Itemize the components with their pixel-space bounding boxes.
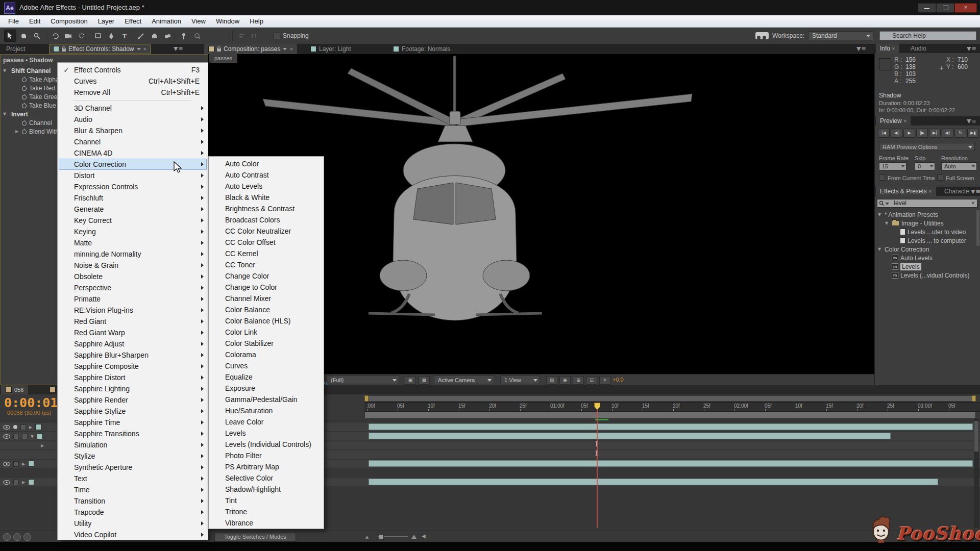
- menu-item[interactable]: Remove All Ctrl+Shift+E: [59, 87, 207, 98]
- submenu-item[interactable]: Color Balance: [210, 304, 323, 315]
- layer-switches[interactable]: ▶: [0, 460, 57, 468]
- menu-item[interactable]: ✓ Effect Controls F3: [59, 64, 207, 76]
- zoom-tool-icon[interactable]: [31, 30, 43, 42]
- transparency-grid-icon[interactable]: ▦: [419, 376, 430, 385]
- menu-category-item[interactable]: Keying: [59, 226, 207, 237]
- transport-button[interactable]: |▶: [916, 129, 928, 138]
- menu-category-item[interactable]: CINEMA 4D: [59, 147, 207, 159]
- expander-icon[interactable]: ▼: [2, 112, 7, 116]
- menu-category-item[interactable]: Key Correct: [59, 215, 207, 226]
- submenu-item[interactable]: CC Color Neutralizer: [210, 226, 323, 237]
- submenu-item[interactable]: Photo Filter: [210, 450, 323, 461]
- chevron-down-icon[interactable]: [137, 48, 141, 51]
- expander-icon[interactable]: ▼: [878, 247, 883, 252]
- menu-category-item[interactable]: Expression Controls: [59, 181, 207, 192]
- menu-category-item[interactable]: Stylize: [59, 450, 207, 462]
- menu-category-item[interactable]: Sapphire Time: [59, 417, 207, 428]
- menu-category-item[interactable]: Red Giant: [59, 316, 207, 327]
- tab-audio[interactable]: Audio: [906, 44, 930, 53]
- tab-info[interactable]: Info ×: [876, 44, 899, 53]
- layer-switches[interactable]: ▶: [0, 423, 57, 431]
- submenu-item[interactable]: CC Color Offset: [210, 237, 323, 248]
- from-current-time-checkbox[interactable]: From Current Time: [879, 174, 935, 181]
- menu-category-item[interactable]: Primatte: [59, 293, 207, 305]
- effects-tree-row[interactable]: m Auto Levels: [878, 254, 978, 262]
- submenu-item[interactable]: CC Kernel: [210, 248, 323, 259]
- layer-switches[interactable]: ▼: [0, 432, 57, 440]
- submenu-item[interactable]: Change to Color: [210, 282, 323, 293]
- menu-bar-item[interactable]: Help: [244, 15, 268, 27]
- scroll-left-icon[interactable]: ◀: [422, 533, 426, 539]
- search-help-input[interactable]: Search Help: [879, 31, 976, 40]
- expander-icon[interactable]: ▶: [41, 443, 44, 448]
- workspace-select[interactable]: Standard: [808, 31, 873, 40]
- submenu-item[interactable]: Tint: [210, 495, 323, 506]
- exposure-value[interactable]: +0,0: [612, 377, 624, 383]
- menu-category-item[interactable]: Sapphire Lighting: [59, 383, 207, 394]
- menu-bar-item[interactable]: Window: [211, 15, 244, 27]
- submenu-item[interactable]: Hue/Saturation: [210, 405, 323, 416]
- menu-category-item[interactable]: Synthetic Aperture: [59, 462, 207, 473]
- roto-brush-tool-icon[interactable]: [191, 30, 203, 42]
- layer-color-square[interactable]: [37, 433, 43, 439]
- menu-category-item[interactable]: Channel: [59, 136, 207, 147]
- search-clear-icon[interactable]: ×: [971, 199, 975, 207]
- close-icon[interactable]: ×: [143, 46, 146, 52]
- menu-bar-item[interactable]: Animation: [146, 15, 186, 27]
- menu-bar-item[interactable]: File: [3, 15, 24, 27]
- timeline-zoom-slider[interactable]: ◀: [364, 534, 426, 540]
- menu-category-item[interactable]: Sapphire Render: [59, 394, 207, 406]
- layer-switches[interactable]: ▶: [0, 441, 57, 449]
- transport-button[interactable]: ▶▮: [967, 129, 979, 138]
- toggle-switches-modes-button[interactable]: Toggle Switches / Modes: [214, 533, 296, 542]
- eye-icon[interactable]: [3, 425, 10, 430]
- pan-behind-tool-icon[interactable]: [76, 30, 88, 42]
- submenu-item[interactable]: Auto Levels: [210, 181, 323, 192]
- shy-layers-icon[interactable]: [13, 533, 21, 541]
- panel-menu-icon[interactable]: ▼≡: [856, 45, 867, 52]
- menu-category-item[interactable]: Color Correction: [59, 159, 207, 170]
- ram-preview-options-select[interactable]: RAM Preview Options: [879, 143, 975, 151]
- shape-tool-icon[interactable]: [92, 30, 104, 42]
- eye-icon[interactable]: [3, 462, 10, 466]
- stopwatch-icon[interactable]: [21, 120, 27, 126]
- composition-mini-flowchart-icon[interactable]: [3, 533, 11, 541]
- submenu-item[interactable]: Shadow/Highlight: [210, 484, 323, 495]
- submenu-item[interactable]: Equalize: [210, 371, 323, 383]
- submenu-item[interactable]: Brightness & Contrast: [210, 203, 323, 214]
- close-icon[interactable]: ×: [289, 46, 292, 52]
- chevron-down-icon[interactable]: [283, 48, 287, 51]
- submenu-item[interactable]: Tritone: [210, 506, 323, 517]
- region-of-interest-icon[interactable]: ▣: [405, 376, 416, 385]
- submenu-item[interactable]: Gamma/Pedestal/Gain: [210, 394, 323, 405]
- effects-tree-row[interactable]: Levels ...uter to video: [878, 228, 978, 236]
- menu-category-item[interactable]: Perspective: [59, 282, 207, 293]
- expander-icon[interactable]: ▶: [22, 462, 25, 466]
- switch-box[interactable]: [22, 434, 28, 439]
- menu-category-item[interactable]: RE:Vision Plug-ins: [59, 305, 207, 316]
- camera-tool-icon[interactable]: [62, 30, 75, 42]
- menu-category-item[interactable]: Sapphire Composite: [59, 361, 207, 372]
- work-area-bar[interactable]: [364, 412, 976, 419]
- scrollbar[interactable]: [976, 210, 979, 246]
- tab-footage[interactable]: Footage: Normals: [389, 44, 454, 54]
- close-button[interactable]: ×: [954, 3, 977, 13]
- menu-bar-item[interactable]: Edit: [24, 15, 45, 27]
- submenu-item[interactable]: Color Link: [210, 327, 323, 338]
- menu-category-item[interactable]: Sapphire Transitions: [59, 428, 207, 439]
- transport-button[interactable]: ◀|: [891, 129, 902, 138]
- submenu-item[interactable]: Change Color: [210, 270, 323, 282]
- stopwatch-icon[interactable]: [21, 129, 27, 134]
- menu-category-item[interactable]: Blur & Sharpen: [59, 125, 207, 136]
- stopwatch-icon[interactable]: [21, 94, 27, 99]
- expander-icon[interactable]: ▶: [29, 425, 32, 430]
- zoom-slider-thumb[interactable]: [379, 534, 384, 540]
- snapping-label[interactable]: Snapping: [283, 32, 309, 39]
- submenu-item[interactable]: Levels (Individual Controls): [210, 439, 323, 450]
- pixel-aspect-icon[interactable]: ⊡: [586, 376, 597, 385]
- snapping-checkbox[interactable]: [274, 33, 280, 39]
- grid-options-icon[interactable]: ▤: [546, 376, 557, 385]
- submenu-item[interactable]: Curves: [210, 360, 323, 371]
- composition-subtab[interactable]: passes: [209, 54, 237, 63]
- menu-category-item[interactable]: Sapphire Stylize: [59, 406, 207, 417]
